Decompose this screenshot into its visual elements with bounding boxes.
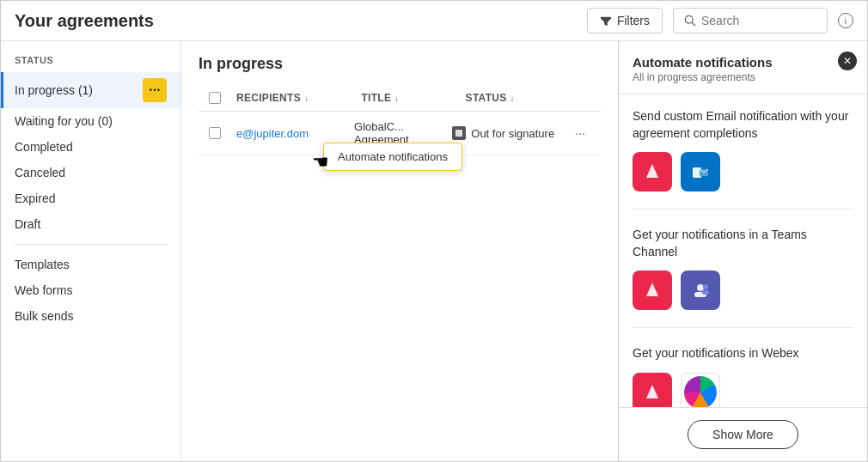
sort-arrow-status[interactable]: ↓ bbox=[510, 94, 515, 103]
search-box bbox=[673, 8, 828, 33]
sidebar-item-label: In progress (1) bbox=[15, 83, 143, 97]
card-teams-icons bbox=[633, 271, 853, 310]
search-icon bbox=[684, 15, 696, 27]
acrobat-logo-icon-2 bbox=[641, 279, 663, 301]
sidebar-item-label: Web forms bbox=[15, 283, 167, 297]
notification-card-teams: Get your notifications in a Teams Channe… bbox=[633, 227, 853, 328]
pen-icon bbox=[455, 129, 463, 137]
sidebar-item-waiting[interactable]: Waiting for you (0) bbox=[1, 108, 180, 134]
right-panel-header: Automate notifications All in progress a… bbox=[619, 41, 867, 94]
card-teams-title: Get your notifications in a Teams Channe… bbox=[633, 227, 853, 260]
svg-point-0 bbox=[685, 15, 693, 23]
acrobat-logo-icon bbox=[641, 161, 663, 183]
sidebar-item-label: Draft bbox=[15, 217, 167, 231]
sidebar-item-completed[interactable]: Completed bbox=[1, 134, 180, 160]
show-more-section: Show More bbox=[619, 407, 867, 461]
content-area: STATUS In progress (1) ··· Waiting for y… bbox=[1, 41, 867, 461]
select-all-checkbox[interactable] bbox=[209, 92, 221, 104]
sidebar-divider bbox=[15, 244, 167, 245]
sidebar-item-templates[interactable]: Templates bbox=[1, 252, 180, 277]
page-title: Your agreements bbox=[15, 11, 577, 31]
sidebar-item-label: Completed bbox=[15, 140, 167, 154]
automate-notifications-tooltip[interactable]: Automate notifications bbox=[323, 143, 462, 171]
status-icon bbox=[452, 126, 466, 140]
col-status-header: Status ↓ bbox=[466, 92, 590, 104]
info-icon[interactable]: i bbox=[838, 13, 853, 28]
more-options-button[interactable]: ··· bbox=[143, 78, 167, 102]
svg-point-9 bbox=[703, 284, 708, 289]
col-title-header: Title ↓ bbox=[361, 92, 465, 104]
acrobat-logo-icon-3 bbox=[641, 381, 663, 404]
cell-recipients: e@jupiter.dom bbox=[236, 127, 354, 140]
top-bar: Your agreements Filters i bbox=[1, 1, 867, 41]
notification-card-email: Send custom Email notification with your… bbox=[633, 108, 853, 210]
svg-line-1 bbox=[692, 22, 695, 26]
col-recipients-header: Recipients ↓ bbox=[236, 92, 361, 104]
right-panel-subtitle: All in progress agreements bbox=[633, 71, 773, 83]
card-webex-icons bbox=[633, 373, 853, 407]
sidebar-section-label: STATUS bbox=[1, 52, 180, 72]
filters-button[interactable]: Filters bbox=[587, 8, 663, 33]
sidebar-item-web-forms[interactable]: Web forms bbox=[1, 277, 180, 303]
sort-arrow-title[interactable]: ↓ bbox=[394, 94, 399, 103]
col-check-header bbox=[209, 92, 236, 104]
card-email-title: Send custom Email notification with your… bbox=[633, 108, 853, 142]
row-more-button[interactable]: ··· bbox=[570, 125, 590, 142]
sort-arrow-recipients[interactable]: ↓ bbox=[304, 94, 309, 103]
section-title: In progress bbox=[199, 55, 601, 73]
notification-card-webex: Get your notifications in Webex bbox=[633, 345, 853, 407]
right-panel: Automate notifications All in progress a… bbox=[618, 41, 867, 461]
sidebar-item-label: Templates bbox=[15, 258, 167, 271]
sidebar-item-label: Canceled bbox=[15, 166, 167, 179]
sidebar-item-canceled[interactable]: Canceled bbox=[1, 160, 180, 185]
main-area: Your agreements Filters i STATUS In prog… bbox=[0, 0, 868, 462]
row-checkbox-cell bbox=[209, 127, 236, 139]
acrobat-icon-2[interactable] bbox=[633, 271, 672, 310]
svg-point-7 bbox=[697, 284, 704, 291]
right-panel-title: Automate notifications bbox=[633, 55, 773, 70]
table-header: Recipients ↓ Title ↓ Status ↓ bbox=[199, 85, 601, 112]
sidebar-item-label: Expired bbox=[15, 191, 167, 205]
right-panel-title-area: Automate notifications All in progress a… bbox=[633, 55, 773, 83]
sidebar-item-in-progress[interactable]: In progress (1) ··· bbox=[1, 72, 180, 108]
svg-rect-10 bbox=[702, 290, 709, 295]
webex-icon[interactable] bbox=[681, 373, 720, 407]
sidebar-item-label: Waiting for you (0) bbox=[15, 114, 167, 128]
filter-icon bbox=[600, 15, 612, 27]
sidebar: STATUS In progress (1) ··· Waiting for y… bbox=[1, 41, 181, 461]
right-panel-body: Send custom Email notification with your… bbox=[619, 94, 867, 407]
svg-rect-2 bbox=[455, 130, 462, 137]
cell-status: Out for signature bbox=[452, 126, 570, 140]
sidebar-item-label: Bulk sends bbox=[15, 309, 167, 323]
show-more-button[interactable]: Show More bbox=[688, 420, 798, 449]
teams-icon[interactable] bbox=[681, 271, 720, 310]
sidebar-item-expired[interactable]: Expired bbox=[1, 185, 180, 211]
card-webex-title: Get your notifications in Webex bbox=[633, 345, 853, 362]
sidebar-item-draft[interactable]: Draft bbox=[1, 211, 180, 237]
outlook-logo-icon bbox=[689, 161, 712, 183]
sidebar-item-bulk-sends[interactable]: Bulk sends bbox=[1, 303, 180, 329]
search-input[interactable] bbox=[701, 14, 804, 27]
card-email-icons bbox=[633, 152, 853, 191]
row-checkbox[interactable] bbox=[209, 127, 221, 139]
main-content: In progress Recipients ↓ Title ↓ Status … bbox=[181, 41, 618, 461]
acrobat-icon[interactable] bbox=[633, 152, 672, 191]
webex-circle bbox=[684, 376, 717, 407]
close-button[interactable]: ✕ bbox=[838, 52, 857, 70]
acrobat-icon-3[interactable] bbox=[633, 373, 672, 407]
teams-logo-icon bbox=[689, 279, 712, 301]
outlook-icon[interactable] bbox=[681, 152, 720, 191]
